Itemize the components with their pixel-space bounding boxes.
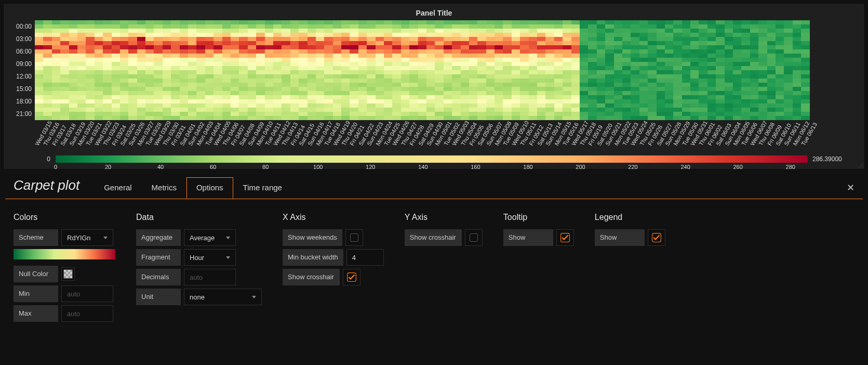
- max-label: Max: [14, 305, 58, 322]
- checkbox-checked-icon: [560, 233, 570, 242]
- panel-title[interactable]: Panel Title: [9, 7, 859, 20]
- heatmap-column: [580, 20, 588, 120]
- heatmap-column: [163, 20, 171, 120]
- chevron-down-icon: [252, 296, 256, 298]
- yaxis-heading: Y Axis: [405, 213, 483, 222]
- y-tick: 09:00: [16, 58, 32, 70]
- y-tick: 03:00: [16, 33, 32, 45]
- min-bucket-label: Min bucket width: [283, 249, 343, 266]
- legend-show-checkbox[interactable]: [648, 229, 665, 246]
- heatmap-column: [707, 20, 716, 120]
- heatmap-column: [120, 20, 128, 120]
- y-tick: 18:00: [16, 95, 32, 108]
- heatmap-column: [648, 20, 656, 120]
- heatmap-canvas[interactable]: [35, 20, 859, 120]
- heatmap-column: [733, 20, 741, 120]
- tooltip-show-label: Show: [503, 229, 553, 246]
- heatmap-column: [282, 20, 290, 120]
- min-bucket-input[interactable]: [346, 249, 384, 266]
- legend-tick: 80: [262, 164, 269, 170]
- tab-metrics[interactable]: Metrics: [142, 177, 186, 199]
- decimals-input[interactable]: [184, 269, 236, 285]
- chevron-down-icon: [226, 237, 230, 239]
- heatmap-column: [103, 20, 111, 120]
- heatmap-column: [350, 20, 358, 120]
- y-crosshair-label: Show crosshair: [405, 229, 462, 246]
- tab-general[interactable]: General: [94, 177, 141, 199]
- data-section: Data Aggregate Average Fragment Hour Dec…: [136, 213, 262, 325]
- heatmap-column: [52, 20, 60, 120]
- heatmap-column: [35, 20, 43, 120]
- yaxis-section: Y Axis Show crosshair: [405, 213, 483, 325]
- x-crosshair-checkbox[interactable]: [343, 269, 360, 285]
- heatmap-column: [409, 20, 418, 120]
- heatmap-column: [477, 20, 486, 120]
- x-axis-ticks: Wed 03/15Thu 03/16Fri 03/17Sat 03/18Sun …: [35, 120, 859, 152]
- tooltip-heading: Tooltip: [503, 213, 574, 222]
- min-input[interactable]: [61, 285, 113, 302]
- heatmap-column: [69, 20, 77, 120]
- legend-tick: 180: [523, 164, 532, 170]
- heatmap-column: [503, 20, 511, 120]
- heatmap-column: [401, 20, 409, 120]
- checkbox-empty-icon: [470, 233, 478, 242]
- heatmap-column: [793, 20, 801, 120]
- xaxis-heading: X Axis: [283, 213, 384, 222]
- y-crosshair-checkbox[interactable]: [465, 229, 483, 246]
- resize-handle-icon[interactable]: [858, 163, 863, 168]
- editor-header: Carpet plot GeneralMetricsOptionsTime ra…: [5, 177, 863, 199]
- legend-tick: 100: [313, 164, 323, 170]
- scheme-select[interactable]: RdYlGn: [61, 229, 113, 246]
- heatmap-column: [60, 20, 69, 120]
- heatmap-column: [639, 20, 648, 120]
- close-icon[interactable]: ✕: [847, 182, 863, 193]
- heatmap-column: [682, 20, 690, 120]
- heatmap-column: [392, 20, 400, 120]
- fragment-label: Fragment: [136, 249, 181, 266]
- heatmap-column: [554, 20, 563, 120]
- tab-options[interactable]: Options: [186, 177, 233, 199]
- colors-heading: Colors: [14, 213, 115, 222]
- heatmap-column: [145, 20, 154, 120]
- heatmap-column: [222, 20, 231, 120]
- heatmap-column: [673, 20, 682, 120]
- heatmap-column: [239, 20, 247, 120]
- tab-time-range[interactable]: Time range: [233, 177, 292, 199]
- max-input[interactable]: [61, 305, 113, 322]
- y-tick: 12:00: [16, 70, 32, 83]
- legend-tick: 140: [418, 164, 428, 170]
- aggregate-label: Aggregate: [136, 229, 181, 246]
- data-heading: Data: [136, 213, 262, 222]
- checkbox-empty-icon: [350, 233, 358, 242]
- heatmap-column: [196, 20, 205, 120]
- heatmap-column: [128, 20, 137, 120]
- legend-gradient: [56, 155, 807, 163]
- colors-section: Colors Scheme RdYlGn Null Color Min: [14, 213, 115, 325]
- heatmap-column: [537, 20, 545, 120]
- plugin-title: Carpet plot: [5, 177, 94, 199]
- heatmap-column: [665, 20, 673, 120]
- heatmap-column: [741, 20, 750, 120]
- heatmap-column: [529, 20, 537, 120]
- heatmap-column: [86, 20, 94, 120]
- heatmap-column: [699, 20, 707, 120]
- heatmap-column: [571, 20, 580, 120]
- legend-tick: 60: [210, 164, 216, 170]
- show-weekends-label: Show weekends: [283, 229, 342, 246]
- heatmap-column: [384, 20, 392, 120]
- chevron-down-icon: [226, 256, 230, 259]
- heatmap-column: [725, 20, 733, 120]
- fragment-select[interactable]: Hour: [184, 249, 236, 266]
- tooltip-show-checkbox[interactable]: [556, 229, 574, 246]
- legend-min: 0: [35, 155, 50, 163]
- heatmap-column: [341, 20, 350, 120]
- heatmap-column: [495, 20, 503, 120]
- show-weekends-checkbox[interactable]: [345, 229, 363, 246]
- heatmap-column: [605, 20, 613, 120]
- aggregate-select[interactable]: Average: [184, 229, 236, 246]
- unit-select[interactable]: none: [184, 289, 262, 305]
- heatmap-column: [367, 20, 375, 120]
- null-color-picker[interactable]: [61, 267, 75, 281]
- heatmap-column: [426, 20, 435, 120]
- heatmap-column: [758, 20, 767, 120]
